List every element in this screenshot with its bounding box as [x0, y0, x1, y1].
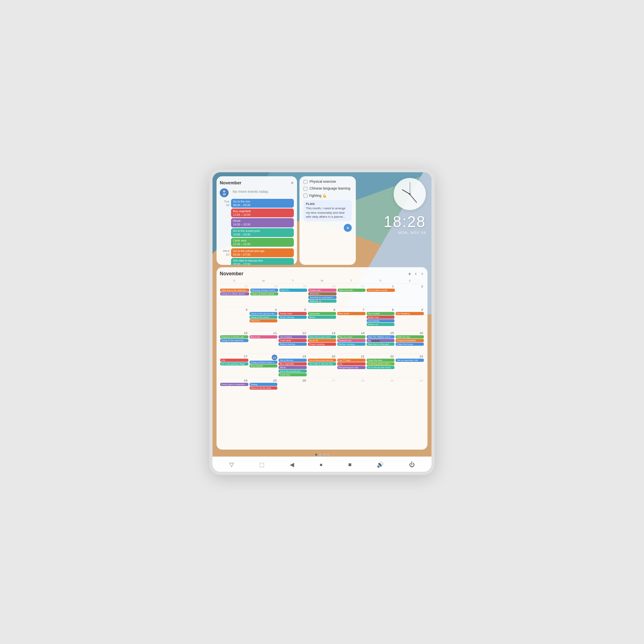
- cell-10[interactable]: 10 Disposal of kitchen gar... Going to t…: [220, 330, 249, 353]
- ev-wang[interactable]: Wangzhengyan play: [337, 366, 365, 369]
- cell-28-dec[interactable]: 28: [337, 378, 366, 401]
- nav-crop-icon[interactable]: ⬚: [259, 461, 264, 468]
- ev-breakfast[interactable]: Prepared breakfast: [396, 339, 424, 342]
- ev-project-meet[interactable]: Project meeting: [308, 343, 336, 346]
- ev-clean-house[interactable]: Clean the house: [396, 343, 424, 346]
- cell-21[interactable]: 21 Cat 🐱 food LOL Wangzhengyan play: [337, 353, 366, 378]
- ev-project-work[interactable]: Deal with project work: [308, 335, 336, 339]
- ev-bank[interactable]: Drive to rob the bank: [250, 386, 278, 390]
- cell-30-oct[interactable]: 30 Facial care Steel fork ... Just Rob t…: [308, 283, 336, 307]
- ev-rob-cook[interactable]: Just Rob to cook lunch i...: [308, 296, 336, 299]
- ev-facial[interactable]: Facial care: [308, 289, 336, 292]
- ev-shopping[interactable]: Go shopping: [396, 312, 424, 315]
- check-box-fighting[interactable]: [303, 194, 308, 198]
- ev-movie19[interactable]: Movie: [279, 366, 307, 369]
- cell-27-dec[interactable]: 27: [308, 378, 336, 401]
- cell-3[interactable]: 3: [220, 307, 249, 330]
- ev-music-lesson[interactable]: Going to a Music lesson: [220, 292, 249, 295]
- cell-29-dec[interactable]: 29: [366, 378, 395, 401]
- dot-1[interactable]: [315, 454, 317, 456]
- ev-rosie[interactable]: Going to Rosie house a...: [250, 361, 278, 364]
- cell-11[interactable]: 11 Buy a cat: [249, 330, 278, 353]
- ev-brother[interactable]: Brother comeng...: [337, 343, 365, 346]
- ev-mike20[interactable]: Get mike to discuss this: [308, 362, 336, 365]
- ev-clean-lawn[interactable]: Clean the lawn: [367, 359, 395, 362]
- ev-walk-dog2[interactable]: Walk the dog: [396, 335, 424, 339]
- cell-22[interactable]: 22 Clean the lawn Fertilizing plants wit…: [366, 353, 395, 378]
- ev-spiderman[interactable]: Spider man: [367, 316, 395, 319]
- nav-power-btn[interactable]: ⏻: [409, 461, 415, 468]
- cell-13[interactable]: 13 Deal with project work So do 🌞 Projec…: [308, 330, 336, 353]
- event-buy-veg[interactable]: Buy vegetable11:00 – 12:00: [231, 208, 294, 217]
- cell-2-nov[interactable]: 2: [396, 283, 424, 307]
- nav-chevron-down[interactable]: ▽: [229, 461, 234, 468]
- dot-2[interactable]: [319, 454, 321, 456]
- dot-4[interactable]: [327, 454, 329, 456]
- ev-zoo19[interactable]: Go to the zoo: [279, 359, 307, 362]
- cell-28-oct[interactable]: 28 Planning (climate lunch) Clean up kit…: [250, 283, 279, 307]
- ev-family-meal[interactable]: Family meal: [279, 312, 307, 315]
- calendar-widget-add-btn[interactable]: +: [291, 180, 294, 186]
- ev-steak[interactable]: Cook steak: [279, 339, 307, 342]
- ev-school20[interactable]: Go to the school and op...: [308, 359, 336, 362]
- cell-26[interactable]: 26: [278, 378, 307, 401]
- cell-18[interactable]: 18 Going to Rosie house a... Play footba…: [249, 353, 278, 378]
- cell-8[interactable]: 8 Play football Spider man Leg training …: [366, 307, 395, 330]
- ev-walk-dog1[interactable]: Walk the 🐕: [308, 299, 336, 303]
- event-cycle-race[interactable]: Cycle race21:30 – 22:30: [231, 238, 294, 247]
- ev-movie2[interactable]: Movie: [308, 316, 336, 319]
- dot-3[interactable]: [323, 454, 325, 456]
- event-school[interactable]: Go to the school and ope06:30 – 07:30: [231, 248, 294, 257]
- ev-bullock[interactable]: Bullock training: [279, 343, 307, 346]
- cell-4[interactable]: 4 Going to the grocery sto... Going to t…: [249, 307, 278, 330]
- cell-9[interactable]: 9 Go shopping: [395, 307, 424, 330]
- cell-24[interactable]: 24 Fenris goes to abandon...: [220, 378, 249, 401]
- event-movie[interactable]: Movie14:30 – 15:30: [231, 218, 294, 227]
- cell-7[interactable]: 7 Mom lunch: [337, 307, 366, 330]
- cell-17[interactable]: 17 LOL Go to all painting village: [220, 353, 249, 378]
- ev-have-fun[interactable]: Have fun ...: [250, 319, 278, 322]
- ev-kitchen[interactable]: Clean up kitchen garbe...: [250, 292, 278, 295]
- cell-31-oct[interactable]: 31 Take corn bob...: [337, 283, 366, 307]
- ev-mountain[interactable]: Go to the top the moun...: [367, 366, 395, 369]
- nav-home-btn[interactable]: ●: [320, 461, 323, 468]
- ev-bob-vet[interactable]: Take bob to the velericari...: [220, 289, 249, 292]
- cell-12[interactable]: 12 Get shaping Cook steak Bullock traini…: [278, 330, 307, 353]
- event-go-zoo[interactable]: Go to the zoo08:30 – 09:30: [231, 199, 294, 208]
- ev-prep-cli[interactable]: Prep Cli...: [279, 289, 307, 292]
- ev-home[interactable]: Home e w...: [367, 323, 395, 326]
- ev-veg19[interactable]: Buy vegetable: [279, 362, 307, 365]
- ev-take-park[interactable]: Take them to the park: [367, 343, 395, 346]
- cell-1-nov[interactable]: 1 Try to make a lunch: [366, 283, 395, 307]
- ev-auto-rifle[interactable]: Set up automatic rifle: [396, 359, 424, 362]
- event-sunset-pool[interactable]: Go to the sunset pool19:30 – 20:30: [231, 228, 294, 237]
- cell-15[interactable]: 15 Take the children out to ... Src 🎬🎬🎬 …: [366, 330, 395, 353]
- cell-16[interactable]: 16 Walk the dog Prepared breakfast Clean…: [395, 330, 424, 353]
- ev-fertilize[interactable]: Fertilizing plants with y...: [367, 362, 395, 365]
- ev-planning[interactable]: Planning (climate lunch): [250, 289, 278, 292]
- ev-src[interactable]: Src 🎬🎬🎬: [367, 339, 395, 342]
- nav-volume-btn[interactable]: 🔊: [377, 461, 384, 468]
- cell-6[interactable]: 6 Camp play Movie: [308, 307, 336, 330]
- cal-next-btn[interactable]: ›: [420, 270, 424, 277]
- nav-stop-btn[interactable]: ■: [348, 461, 351, 468]
- ev-sunset19[interactable]: Go to the sunset poo...: [279, 369, 307, 373]
- cal-add-btn[interactable]: +: [408, 270, 411, 277]
- ev-supermarket[interactable]: Going to the supermar...: [220, 339, 248, 342]
- ev-mom-lunch[interactable]: Mom lunch: [337, 312, 365, 315]
- ev-play-football2[interactable]: Play football: [250, 364, 278, 367]
- cell-27-oct[interactable]: 27 Take bob to the velericari... Going t…: [220, 283, 250, 307]
- ev-study-chinese[interactable]: Study Chinese: [279, 316, 307, 319]
- ev-sweep[interactable]: Sweep: [250, 383, 278, 386]
- ev-treasure[interactable]: Treasure you: [337, 339, 365, 342]
- ev-loweri[interactable]: Going to the loweri...: [250, 316, 278, 319]
- ev-fenris[interactable]: Fenris goes to abandon...: [220, 383, 248, 386]
- cell-14[interactable]: 14 Play you want Treasure you Brother co…: [337, 330, 366, 353]
- ev-shaping[interactable]: Get shaping: [279, 335, 307, 339]
- ev-so-do[interactable]: So do 🌞: [308, 339, 336, 342]
- ev-make-lunch[interactable]: Try to make a lunch: [367, 289, 394, 292]
- ev-painting-village[interactable]: Go to all painting village: [220, 362, 248, 365]
- event-mike[interactable]: Get mike to discuss this09:30 – 10:30: [231, 258, 294, 265]
- cal-prev-btn[interactable]: ‹: [414, 270, 418, 277]
- cell-20[interactable]: 20 Go to the school and op... Get mike t…: [308, 353, 336, 378]
